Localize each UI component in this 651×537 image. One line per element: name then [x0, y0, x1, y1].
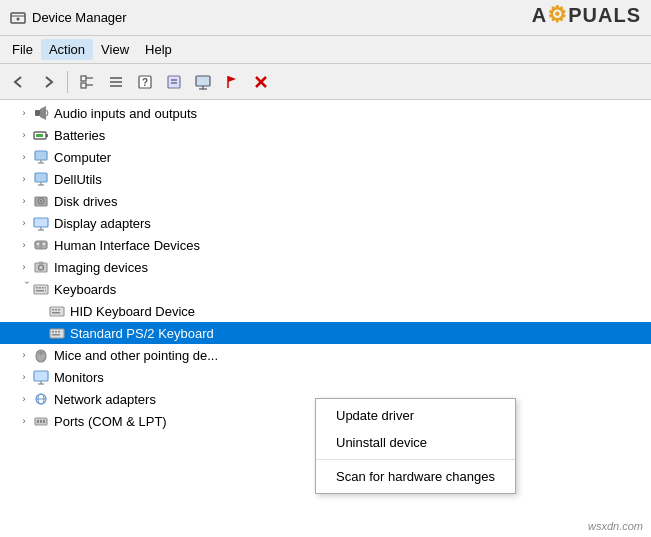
expand-ports[interactable]: › [16, 413, 32, 429]
tree-item-audio[interactable]: › Audio inputs and outputs [0, 102, 651, 124]
keyboards-label: Keyboards [54, 282, 116, 297]
svg-rect-52 [45, 290, 46, 292]
expand-audio[interactable]: › [16, 105, 32, 121]
expand-keyboards[interactable]: › [16, 281, 32, 297]
svg-rect-61 [58, 331, 60, 333]
svg-rect-57 [52, 312, 60, 314]
menu-action[interactable]: Action [41, 39, 93, 60]
dellutils-label: DellUtils [54, 172, 102, 187]
logo-area: A⚙PUALS [532, 2, 641, 28]
display-icon [32, 214, 50, 232]
svg-rect-56 [58, 309, 60, 311]
app-icon [10, 10, 26, 26]
expand-display[interactable]: › [16, 215, 32, 231]
imaging-icon [32, 258, 50, 276]
hid-label: Human Interface Devices [54, 238, 200, 253]
ps2-keyboard-label: Standard PS/2 Keyboard [70, 326, 214, 341]
audio-label: Audio inputs and outputs [54, 106, 197, 121]
svg-marker-23 [40, 106, 46, 120]
tree-item-display[interactable]: › Display adapters [0, 212, 651, 234]
tree-item-computer[interactable]: › Computer [0, 146, 651, 168]
svg-rect-12 [168, 76, 180, 88]
tree-item-imaging[interactable]: › Imaging devices [0, 256, 651, 278]
tree-item-dellutils[interactable]: › DellUtils [0, 168, 651, 190]
expand-network[interactable]: › [16, 391, 32, 407]
computer-icon [32, 148, 50, 166]
batteries-icon [32, 126, 50, 144]
tree-item-batteries[interactable]: › Batteries [0, 124, 651, 146]
monitor-button[interactable] [190, 69, 216, 95]
properties-button[interactable] [161, 69, 187, 95]
expand-monitors[interactable]: › [16, 369, 32, 385]
context-update-driver[interactable]: Update driver [316, 402, 515, 429]
context-uninstall-device[interactable]: Uninstall device [316, 429, 515, 456]
svg-rect-74 [40, 420, 42, 423]
list-view-button[interactable] [103, 69, 129, 95]
expand-imaging[interactable]: › [16, 259, 32, 275]
svg-rect-26 [36, 134, 43, 137]
expand-hid[interactable]: › [16, 237, 32, 253]
display-label: Display adapters [54, 216, 151, 231]
computer-label: Computer [54, 150, 111, 165]
mice-label: Mice and other pointing de... [54, 348, 218, 363]
hid-keyboard-label: HID Keyboard Device [70, 304, 195, 319]
svg-rect-51 [36, 290, 44, 292]
svg-rect-15 [196, 76, 210, 86]
svg-rect-62 [52, 334, 60, 336]
window-title: Device Manager [32, 10, 127, 25]
svg-rect-53 [50, 307, 64, 316]
tree-item-ps2-keyboard[interactable]: Standard PS/2 Keyboard [0, 322, 651, 344]
keyboards-icon [32, 280, 50, 298]
batteries-label: Batteries [54, 128, 105, 143]
tree-view-button[interactable] [74, 69, 100, 95]
ports-icon [32, 412, 50, 430]
svg-marker-19 [228, 76, 236, 82]
svg-rect-73 [37, 420, 39, 423]
svg-point-35 [40, 200, 42, 202]
imaging-label: Imaging devices [54, 260, 148, 275]
mice-icon [32, 346, 50, 364]
svg-rect-59 [52, 331, 54, 333]
hid-keyboard-icon [48, 302, 66, 320]
help-button[interactable]: ? [132, 69, 158, 95]
menu-view[interactable]: View [93, 39, 137, 60]
svg-rect-60 [55, 331, 57, 333]
svg-rect-50 [45, 287, 46, 289]
flag-button[interactable] [219, 69, 245, 95]
expand-dellutils[interactable]: › [16, 171, 32, 187]
context-scan-hardware[interactable]: Scan for hardware changes [316, 463, 515, 490]
svg-rect-75 [43, 420, 45, 423]
tree-item-hid-keyboard[interactable]: HID Keyboard Device [0, 300, 651, 322]
tree-item-keyboards[interactable]: › Keyboards [0, 278, 651, 300]
tree-item-hid[interactable]: › Human Interface Devices [0, 234, 651, 256]
tree-item-mice[interactable]: › Mice and other pointing de... [0, 344, 651, 366]
svg-rect-5 [81, 83, 86, 88]
hid-icon [32, 236, 50, 254]
svg-point-42 [43, 243, 45, 245]
svg-rect-46 [34, 285, 48, 294]
back-button[interactable] [6, 69, 32, 95]
delete-button[interactable] [248, 69, 274, 95]
expand-hid-keyboard[interactable] [32, 303, 48, 319]
expand-batteries[interactable]: › [16, 127, 32, 143]
menu-bar: File Action View Help [0, 36, 651, 64]
svg-text:?: ? [142, 77, 148, 88]
svg-point-41 [37, 243, 39, 245]
svg-rect-58 [50, 329, 64, 338]
expand-mice[interactable]: › [16, 347, 32, 363]
tree-item-monitors[interactable]: › Monitors [0, 366, 651, 388]
disk-label: Disk drives [54, 194, 118, 209]
tree-item-disk[interactable]: › Disk drives [0, 190, 651, 212]
context-menu-separator [316, 459, 515, 460]
svg-rect-27 [35, 151, 47, 160]
main-content: › Audio inputs and outputs › Batteries [0, 100, 651, 537]
menu-help[interactable]: Help [137, 39, 180, 60]
toolbar: ? [0, 64, 651, 100]
expand-computer[interactable]: › [16, 149, 32, 165]
svg-rect-49 [42, 287, 44, 289]
monitors-icon [32, 368, 50, 386]
expand-ps2-keyboard[interactable] [32, 325, 48, 341]
forward-button[interactable] [35, 69, 61, 95]
menu-file[interactable]: File [4, 39, 41, 60]
expand-disk[interactable]: › [16, 193, 32, 209]
